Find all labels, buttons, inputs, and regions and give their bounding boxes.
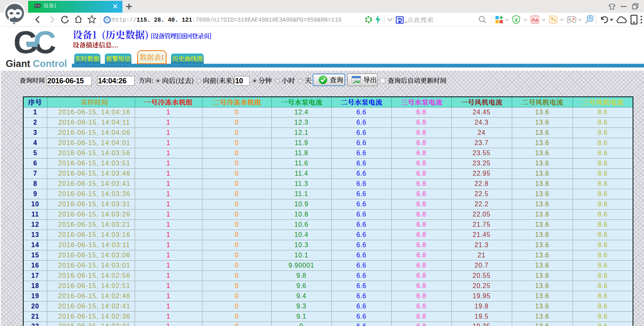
svg-text:Aa: Aa xyxy=(532,17,538,23)
